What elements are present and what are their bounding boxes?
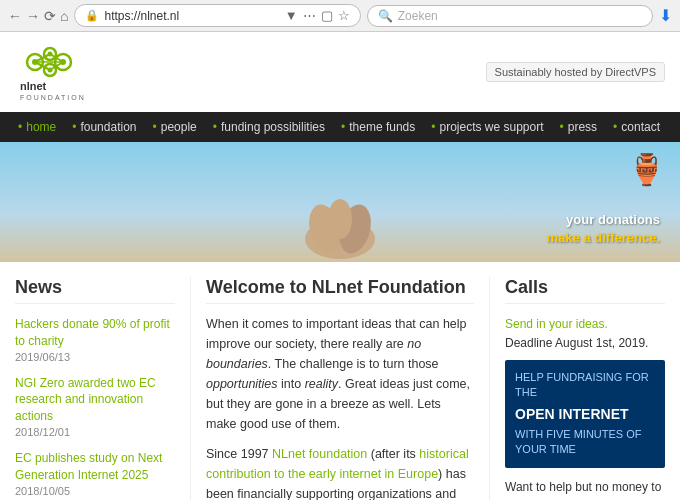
calls-body: Want to help but no money to spend? Help… <box>505 478 665 500</box>
content-wrapper: News Hackers donate 90% of profit to cha… <box>0 262 680 500</box>
fundraise-main-text: OPEN INTERNET <box>515 405 655 423</box>
main-article-column: Welcome to NLnet Foundation When it come… <box>190 277 490 500</box>
svg-text:nlnet: nlnet <box>20 80 47 92</box>
bookmark-icon[interactable]: ☆ <box>338 8 350 23</box>
download-icon[interactable]: ⬇ <box>659 6 672 25</box>
news-date-2: 2018/12/01 <box>15 426 175 438</box>
nav-funding[interactable]: funding possibilities <box>205 112 333 142</box>
main-para-2: Since 1997 NLnet foundation (after its h… <box>206 444 474 500</box>
nav-people[interactable]: people <box>145 112 205 142</box>
hero-tagline: your donations make a difference. <box>547 211 660 247</box>
calls-title: Calls <box>505 277 665 304</box>
main-para-1: When it comes to important ideas that ca… <box>206 314 474 434</box>
hero-banner: 🏺 your donations make a difference. <box>0 142 680 262</box>
back-icon[interactable]: ← <box>8 8 22 24</box>
calls-column: Calls Send in your ideas. Deadline Augus… <box>490 277 665 500</box>
url-text: https://nlnet.nl <box>104 9 179 23</box>
nlnet-logo: nlnet FOUNDATION <box>15 42 95 102</box>
more-icon[interactable]: ⋯ <box>303 8 316 23</box>
news-item-1: Hackers donate 90% of profit to charity … <box>15 316 175 363</box>
fundraise-help-text: HELP FUNDRAISING FOR THE <box>515 370 655 401</box>
news-link-1[interactable]: Hackers donate 90% of profit to charity <box>15 316 175 350</box>
forward-icon[interactable]: → <box>26 8 40 24</box>
news-link-2[interactable]: NGI Zero awarded two EC research and inn… <box>15 375 175 425</box>
news-column: News Hackers donate 90% of profit to cha… <box>15 277 190 500</box>
nav-theme-funds[interactable]: theme funds <box>333 112 423 142</box>
nav-foundation[interactable]: foundation <box>64 112 144 142</box>
nav-press[interactable]: press <box>552 112 606 142</box>
browser-chrome: ← → ⟳ ⌂ 🔒 https://nlnet.nl ▼ ⋯ ▢ ☆ 🔍 Zoe… <box>0 0 680 32</box>
news-item-2: NGI Zero awarded two EC research and inn… <box>15 375 175 438</box>
lock-icon: 🔒 <box>85 9 99 22</box>
svg-point-11 <box>60 59 66 65</box>
address-bar[interactable]: 🔒 https://nlnet.nl ▼ ⋯ ▢ ☆ <box>74 4 360 27</box>
fundraise-sub-text: WITH FIVE MINUTES OF YOUR TIME <box>515 427 655 458</box>
svg-text:FOUNDATION: FOUNDATION <box>20 94 86 101</box>
svg-point-12 <box>48 68 53 73</box>
main-title: Welcome to NLnet Foundation <box>206 277 474 304</box>
hosted-badge: Sustainably hosted by DirectVPS <box>486 62 665 82</box>
address-bar-icons: ▼ ⋯ ▢ ☆ <box>285 8 350 23</box>
site-header: nlnet FOUNDATION Sustainably hosted by D… <box>0 32 680 112</box>
nlnet-foundation-link[interactable]: NLnet foundation <box>272 447 367 461</box>
search-bar[interactable]: 🔍 Zoeken <box>367 5 653 27</box>
dropdown-icon[interactable]: ▼ <box>285 8 298 23</box>
news-date-3: 2018/10/05 <box>15 485 175 497</box>
fundraise-banner: HELP FUNDRAISING FOR THE OPEN INTERNET W… <box>505 360 665 468</box>
nav-contact[interactable]: contact <box>605 112 668 142</box>
logo-area: nlnet FOUNDATION <box>15 42 95 102</box>
send-ideas-link[interactable]: Send in your ideas. <box>505 316 665 333</box>
svg-point-10 <box>48 52 53 57</box>
svg-point-18 <box>328 199 352 239</box>
news-item-3: EC publishes study on Next Generation In… <box>15 450 175 497</box>
nav-projects[interactable]: projects we support <box>423 112 551 142</box>
reader-icon[interactable]: ▢ <box>321 8 333 23</box>
calls-para-1: Want to help but no money to spend? Help… <box>505 478 665 500</box>
svg-point-9 <box>32 59 38 65</box>
browser-nav-icons: ← → ⟳ ⌂ <box>8 8 68 24</box>
news-link-3[interactable]: EC publishes study on Next Generation In… <box>15 450 175 484</box>
hands-silhouette <box>280 169 400 259</box>
news-date-1: 2019/06/13 <box>15 351 175 363</box>
main-nav: home foundation people funding possibili… <box>0 112 680 142</box>
news-title: News <box>15 277 175 304</box>
search-icon: 🔍 <box>378 9 393 23</box>
home-icon[interactable]: ⌂ <box>60 8 68 24</box>
reload-icon[interactable]: ⟳ <box>44 8 56 24</box>
nav-home[interactable]: home <box>10 112 64 142</box>
donation-jar-visual: 🏺 <box>628 152 665 187</box>
deadline-text: Deadline August 1st, 2019. <box>505 336 665 350</box>
